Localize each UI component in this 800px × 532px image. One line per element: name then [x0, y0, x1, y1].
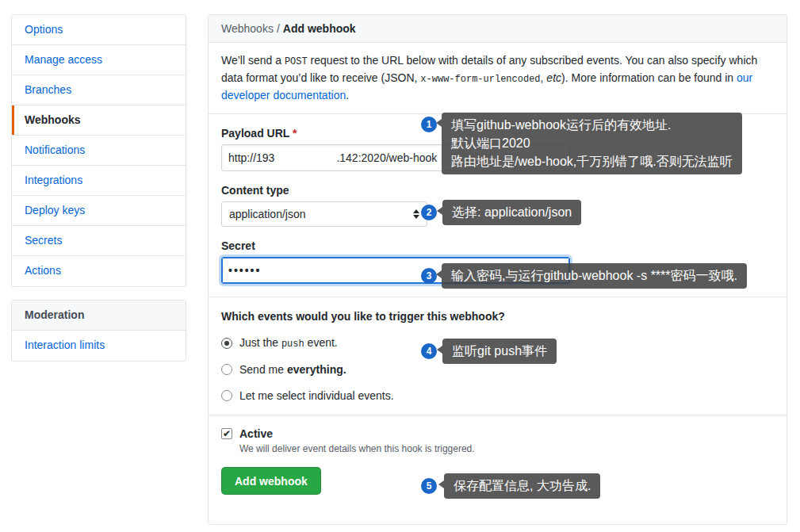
intro-text: We’ll send a	[221, 54, 285, 67]
everything-bold-text: everything.	[287, 363, 346, 376]
step-5-tooltip: 保存配置信息, 大功告成.	[444, 473, 600, 499]
push-code-text: push	[281, 339, 304, 350]
sidebar-item-notifications[interactable]: Notifications	[12, 136, 186, 166]
sidebar-item-options[interactable]: Options	[12, 15, 186, 45]
select-caret-icon	[413, 209, 419, 219]
radio-label-text: event.	[304, 336, 338, 349]
tooltip-line: 填写github-webhook运行后的有效地址.	[451, 116, 733, 134]
sidebar-item-deploy-keys[interactable]: Deploy keys	[12, 196, 186, 226]
active-description: We will deliver event details when this …	[239, 443, 774, 454]
intro-etc-text: etc	[546, 71, 561, 84]
sidebar-item-webhooks[interactable]: Webhooks	[12, 105, 186, 136]
radio-just-push[interactable]	[221, 338, 232, 349]
tooltip-line: 默认端口2020	[451, 134, 733, 152]
redacted-segment	[274, 151, 336, 165]
payload-url-value-suffix: .142:2020/web-hook	[336, 151, 437, 164]
secret-value: ••••••	[228, 264, 261, 277]
active-setting: ✔ Active	[221, 427, 774, 440]
urlencoded-code-text: x-www-form-urlencoded	[420, 74, 540, 85]
breadcrumb: Webhooks/Add webhook	[209, 15, 787, 43]
content-type-select[interactable]: application/json	[221, 201, 427, 227]
step-1-tooltip: 填写github-webhook运行后的有效地址. 默认端口2020 路由地址是…	[442, 113, 742, 174]
step-3-badge: 3	[421, 268, 437, 284]
step-1-badge: 1	[421, 117, 437, 132]
sidebar-item-integrations[interactable]: Integrations	[12, 166, 186, 196]
sidebar-item-manage-access[interactable]: Manage access	[12, 45, 186, 75]
moderation-nav-card: Moderation Interaction limits	[11, 300, 186, 362]
intro-text: ). More information can be found in	[561, 71, 737, 84]
radio-label-text: Just the	[239, 336, 281, 349]
payload-url-value-prefix: http://193	[228, 151, 274, 164]
sidebar-item-interaction-limits[interactable]: Interaction limits	[12, 331, 186, 361]
webhook-intro-text: We’ll send a POST request to the URL bel…	[209, 43, 787, 114]
content-type-label: Content type	[221, 184, 774, 197]
settings-nav-card: Options Manage access Branches Webhooks …	[11, 14, 186, 287]
step-4-badge: 4	[421, 343, 437, 359]
radio-just-push-label: Just the push event.	[239, 336, 338, 350]
step-5-badge: 5	[421, 478, 437, 494]
step-3-tooltip: 输入密码,与运行github-webhook -s ****密码一致哦.	[442, 263, 747, 289]
radio-send-everything-label: Send me everything.	[239, 363, 346, 376]
breadcrumb-separator: /	[277, 22, 280, 35]
webhook-form: Payload URL * http://193.142:2020/web-ho…	[209, 127, 787, 495]
step-2-badge: 2	[421, 205, 437, 220]
event-option-individual: Let me select individual events.	[221, 389, 774, 402]
settings-sidebar: Options Manage access Branches Webhooks …	[11, 14, 186, 362]
radio-label-text: Send me	[239, 363, 287, 376]
page-title: Add webhook	[283, 22, 356, 35]
secret-label: Secret	[221, 239, 774, 252]
post-code-text: POST	[285, 56, 308, 67]
active-checkbox[interactable]: ✔	[221, 428, 232, 439]
radio-send-everything[interactable]	[221, 364, 232, 375]
radio-individual-events[interactable]	[221, 390, 232, 401]
tooltip-line: 路由地址是/web-hook,千万别错了哦.否则无法监听	[451, 152, 733, 170]
moderation-section-header: Moderation	[12, 300, 186, 331]
sidebar-item-secrets[interactable]: Secrets	[12, 226, 186, 256]
sidebar-item-actions[interactable]: Actions	[12, 256, 186, 286]
step-2-tooltip: 选择: application/json	[442, 200, 581, 225]
sidebar-item-branches[interactable]: Branches	[12, 75, 186, 105]
breadcrumb-webhooks-link[interactable]: Webhooks	[221, 22, 274, 35]
active-label: Active	[239, 427, 273, 440]
section-divider	[209, 297, 787, 297]
add-webhook-button[interactable]: Add webhook	[221, 467, 321, 495]
intro-text: .	[346, 89, 349, 101]
payload-url-label-text: Payload URL	[221, 127, 289, 140]
section-divider	[209, 415, 787, 415]
event-option-everything: Send me everything.	[221, 363, 774, 376]
content-type-value: application/json	[229, 208, 306, 220]
events-question: Which events would you like to trigger t…	[221, 310, 774, 323]
step-4-tooltip: 监听git push事件	[442, 339, 557, 364]
radio-individual-events-label: Let me select individual events.	[239, 389, 394, 402]
required-asterisk: *	[293, 127, 297, 140]
